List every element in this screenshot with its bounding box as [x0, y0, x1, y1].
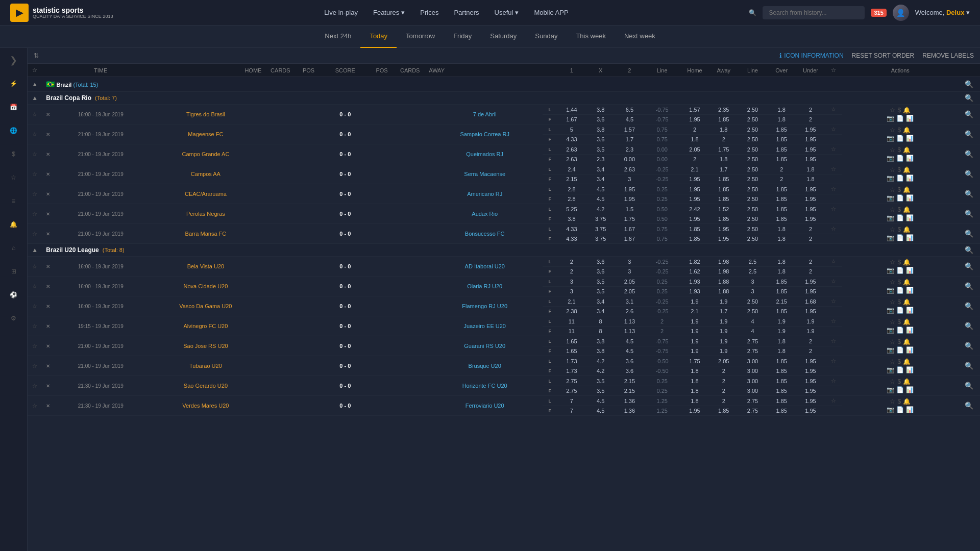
close-icon[interactable]: ✕ [46, 304, 50, 309]
nav-features[interactable]: Features ▾ [373, 9, 405, 16]
match-x-0-1[interactable]: ✕ [42, 124, 54, 144]
group-collapse[interactable]: ▲ [28, 77, 42, 92]
camera-action-icon[interactable]: 📷 [887, 366, 894, 373]
bell-action-icon[interactable]: 🔔 [903, 398, 911, 405]
row-star-icon[interactable]: ☆ [831, 278, 836, 284]
camera-action-icon[interactable]: 📷 [887, 155, 894, 162]
close-icon[interactable]: ✕ [46, 112, 50, 117]
chart-action-icon[interactable]: 📊 [906, 327, 914, 334]
close-icon[interactable]: ✕ [46, 211, 50, 217]
dollar-action-icon[interactable]: $ [897, 127, 901, 134]
subnav-today[interactable]: Today [360, 26, 397, 48]
match-x-1-7[interactable]: ✕ [42, 396, 54, 416]
match-x-0-6[interactable]: ✕ [42, 224, 54, 244]
doc-action-icon[interactable]: 📄 [896, 346, 904, 354]
magnify-icon[interactable]: 🔍 [965, 110, 973, 118]
magnify-icon[interactable]: 🔍 [965, 170, 973, 178]
chart-action-icon[interactable]: 📊 [906, 346, 914, 354]
star-action-icon[interactable]: ☆ [890, 107, 895, 114]
doc-action-icon[interactable]: 📄 [896, 115, 904, 122]
magnify-icon[interactable]: 🔍 [965, 190, 973, 198]
doc-action-icon[interactable]: 📄 [896, 327, 904, 334]
row-star-icon[interactable]: ☆ [831, 318, 836, 324]
magnify-cell-1-5[interactable]: 🔍 [958, 356, 980, 376]
league-collapse-0[interactable]: ▲ [28, 92, 42, 105]
magnify-cell-0-1[interactable]: 🔍 [958, 124, 980, 144]
star-icon[interactable]: ☆ [32, 343, 37, 349]
magnify-cell-1-3[interactable]: 🔍 [958, 316, 980, 336]
magnify-cell-0-5[interactable]: 🔍 [958, 204, 980, 224]
star-icon[interactable]: ☆ [32, 171, 37, 177]
dollar-action-icon[interactable]: $ [897, 318, 901, 325]
doc-action-icon[interactable]: 📄 [896, 214, 904, 221]
dollar-action-icon[interactable]: $ [897, 186, 901, 193]
close-icon[interactable]: ✕ [46, 323, 50, 329]
star-action-icon[interactable]: ☆ [890, 146, 895, 154]
doc-action-icon[interactable]: 📄 [896, 234, 904, 241]
dollar-action-icon[interactable]: $ [897, 107, 901, 114]
row-star-icon[interactable]: ☆ [831, 258, 836, 264]
magnify-cell-1-1[interactable]: 🔍 [958, 277, 980, 296]
star-action-icon[interactable]: ☆ [890, 259, 895, 266]
doc-action-icon[interactable]: 📄 [896, 386, 904, 393]
magnify-cell-0-0[interactable]: 🔍 [958, 105, 980, 124]
row-star-icon[interactable]: ☆ [831, 397, 836, 404]
close-icon[interactable]: ✕ [46, 363, 50, 369]
match-star-1-5[interactable]: ☆ [28, 356, 42, 376]
nav-partners[interactable]: Partners [454, 9, 479, 16]
match-x-1-1[interactable]: ✕ [42, 277, 54, 296]
magnify-cell-1-4[interactable]: 🔍 [958, 336, 980, 356]
chart-action-icon[interactable]: 📊 [906, 267, 914, 274]
match-x-1-5[interactable]: ✕ [42, 356, 54, 376]
match-x-1-0[interactable]: ✕ [42, 257, 54, 277]
sidebar-home[interactable]: ⌂ [7, 241, 21, 255]
subnav-saturday[interactable]: Saturday [481, 26, 526, 48]
star-action-icon[interactable]: ☆ [890, 398, 895, 405]
row-star-icon[interactable]: ☆ [831, 358, 836, 364]
match-x-1-2[interactable]: ✕ [42, 296, 54, 316]
subnav-this-week[interactable]: This week [567, 26, 615, 48]
magnify-icon[interactable]: 🔍 [965, 362, 973, 370]
match-x-0-3[interactable]: ✕ [42, 164, 54, 184]
camera-action-icon[interactable]: 📷 [887, 267, 894, 274]
league-collapse-1[interactable]: ▲ [28, 244, 42, 257]
row-star-icon[interactable]: ☆ [831, 338, 836, 344]
row-star-icon[interactable]: ☆ [831, 166, 836, 172]
bell-action-icon[interactable]: 🔔 [903, 226, 911, 233]
match-star-1-0[interactable]: ☆ [28, 257, 42, 277]
notification-badge[interactable]: 315 [871, 9, 886, 17]
magnify-icon[interactable]: 🔍 [965, 210, 973, 218]
doc-action-icon[interactable]: 📄 [896, 135, 904, 142]
match-star-0-6[interactable]: ☆ [28, 224, 42, 244]
close-icon[interactable]: ✕ [46, 191, 50, 197]
nav-prices[interactable]: Prices [420, 9, 438, 16]
close-icon[interactable]: ✕ [46, 152, 50, 157]
match-star-1-6[interactable]: ☆ [28, 376, 42, 396]
dollar-action-icon[interactable]: $ [897, 338, 901, 345]
dollar-action-icon[interactable]: $ [897, 259, 901, 266]
chart-action-icon[interactable]: 📊 [906, 214, 914, 221]
row-star-icon[interactable]: ☆ [831, 206, 836, 212]
sidebar-globe[interactable]: 🌐 [7, 123, 21, 138]
magnify-cell-1-0[interactable]: 🔍 [958, 257, 980, 277]
search-input[interactable] [763, 6, 865, 19]
magnify-icon[interactable]: 🔍 [965, 230, 973, 238]
camera-action-icon[interactable]: 📷 [887, 346, 894, 354]
doc-action-icon[interactable]: 📄 [896, 406, 904, 413]
magnify-icon[interactable]: 🔍 [965, 262, 973, 270]
star-action-icon[interactable]: ☆ [890, 298, 895, 306]
magnify-icon[interactable]: 🔍 [965, 342, 973, 350]
nav-mobile[interactable]: Mobile APP [534, 9, 568, 16]
subnav-next24h[interactable]: Next 24h [315, 26, 360, 48]
reset-sort-button[interactable]: RESET SORT ORDER [852, 52, 915, 59]
star-icon[interactable]: ☆ [32, 211, 37, 217]
nav-live[interactable]: Live in-play [324, 9, 358, 16]
star-action-icon[interactable]: ☆ [890, 226, 895, 233]
close-icon[interactable]: ✕ [46, 284, 50, 289]
dollar-action-icon[interactable]: $ [897, 226, 901, 233]
bell-action-icon[interactable]: 🔔 [903, 107, 911, 114]
nav-useful[interactable]: Useful ▾ [495, 9, 519, 16]
magnify-cell-1-2[interactable]: 🔍 [958, 296, 980, 316]
dollar-action-icon[interactable]: $ [897, 166, 901, 173]
bell-action-icon[interactable]: 🔔 [903, 146, 911, 154]
